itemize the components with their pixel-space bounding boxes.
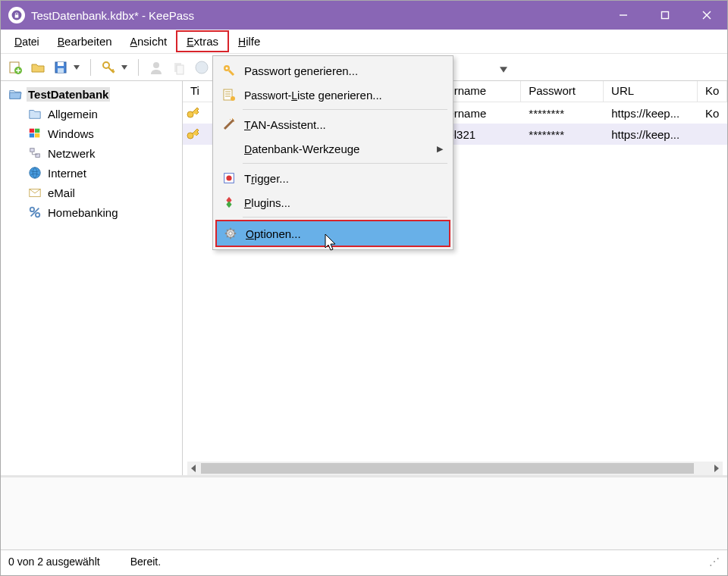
gear-icon — [220, 224, 241, 243]
key-icon[interactable] — [100, 59, 117, 76]
col-password[interactable]: Passwort — [521, 81, 604, 102]
svg-rect-10 — [58, 62, 64, 66]
plugin-icon — [218, 193, 240, 211]
tree-item-windows[interactable]: Windows — [1, 124, 182, 143]
svg-point-37 — [229, 232, 233, 236]
search-dropdown-icon[interactable] — [500, 63, 510, 74]
network-icon — [28, 146, 42, 160]
open-db-icon[interactable] — [30, 59, 46, 76]
entry-key-icon — [183, 127, 202, 142]
svg-point-25 — [30, 208, 34, 211]
globe-icon — [28, 166, 42, 180]
entry-key-icon — [183, 105, 202, 121]
maximize-button[interactable] — [644, 1, 686, 30]
details-pane — [1, 475, 727, 549]
extras-dropdown: Passwort generieren... Passwort-Liste ge… — [212, 55, 453, 250]
tree-item-internet[interactable]: Internet — [1, 163, 182, 183]
tree-item-netzwerk[interactable]: Netzwerk — [1, 143, 182, 163]
status-selection: 0 von 2 ausgewählt — [8, 556, 100, 568]
svg-point-16 — [196, 61, 208, 74]
svg-rect-21 — [30, 149, 34, 152]
tree-item-allgemein[interactable]: Allgemein — [1, 104, 182, 124]
resize-grip-icon[interactable]: ⋰ — [709, 556, 720, 568]
menu-item-datenbank-werkzeuge[interactable]: Datenbank-Werkzeuge ▶ — [215, 136, 450, 161]
menu-extras[interactable]: Extras — [176, 30, 229, 52]
menu-item-optionen[interactable]: Optionen... — [215, 220, 450, 247]
save-dropdown[interactable] — [72, 59, 81, 76]
minimize-button[interactable] — [602, 1, 644, 30]
submenu-arrow-icon: ▶ — [437, 144, 443, 154]
svg-point-26 — [36, 213, 39, 217]
menu-bearbeiten[interactable]: Bearbeiten — [49, 32, 121, 51]
svg-point-23 — [30, 167, 40, 178]
tree-item-email[interactable]: eMail — [1, 183, 182, 202]
svg-point-12 — [103, 62, 109, 68]
key-dropdown[interactable] — [120, 59, 129, 76]
save-db-icon[interactable] — [52, 59, 69, 76]
tree-root-label: TestDatenbank — [27, 87, 110, 102]
scroll-right-icon[interactable] — [709, 462, 723, 475]
mail-icon — [28, 186, 42, 199]
wand-icon — [218, 115, 240, 133]
svg-rect-11 — [58, 68, 64, 73]
list-key-icon — [218, 86, 240, 104]
new-db-icon[interactable] — [7, 59, 24, 76]
status-ready: Bereit. — [130, 556, 161, 568]
gear-key-icon — [218, 61, 240, 80]
menubar: Datei Bearbeiten Ansicht Extras Hilfe — [1, 30, 727, 54]
trigger-icon — [218, 169, 240, 187]
menu-ansicht[interactable]: Ansicht — [121, 32, 177, 51]
toolbar-separator — [138, 59, 139, 76]
folder-open-icon — [8, 87, 22, 101]
scroll-left-icon[interactable] — [187, 462, 201, 475]
menu-hilfe[interactable]: Hilfe — [229, 32, 269, 51]
svg-point-33 — [231, 96, 235, 101]
menu-item-passwort-liste[interactable]: Passwort-Liste generieren... — [215, 83, 450, 107]
user-icon[interactable] — [148, 59, 165, 76]
menu-datei[interactable]: Datei — [5, 32, 49, 51]
percent-icon — [28, 205, 42, 219]
svg-point-35 — [226, 175, 231, 180]
svg-rect-19 — [30, 133, 34, 137]
col-kommentar[interactable]: Ko — [698, 81, 727, 102]
col-url[interactable]: URL — [604, 81, 698, 102]
menu-item-trigger[interactable]: Trigger... — [215, 166, 450, 190]
group-tree: TestDatenbank Allgemein Windows Netzwerk… — [1, 81, 183, 475]
svg-point-13 — [153, 62, 159, 68]
menu-item-passwort-generieren[interactable]: Passwort generieren... — [215, 58, 450, 83]
folder-icon — [28, 107, 42, 121]
close-button[interactable] — [686, 1, 727, 30]
scroll-track[interactable] — [201, 463, 709, 474]
svg-rect-17 — [30, 129, 34, 133]
window-title: TestDatenbank.kdbx* - KeePass — [31, 9, 602, 22]
menu-item-tan-assistent[interactable]: TAN-Assistent... — [215, 112, 450, 136]
menu-separator — [243, 109, 447, 110]
menu-separator — [243, 217, 447, 218]
svg-line-27 — [31, 208, 39, 217]
svg-rect-2 — [15, 14, 19, 17]
svg-rect-20 — [35, 133, 39, 137]
blank-icon — [218, 139, 240, 158]
menu-separator — [243, 163, 447, 164]
statusbar: 0 von 2 ausgewählt Bereit. ⋰ — [1, 549, 727, 572]
tree-item-homebanking[interactable]: Homebanking — [1, 202, 182, 222]
app-icon — [8, 7, 25, 23]
svg-rect-4 — [661, 12, 668, 19]
tree-root[interactable]: TestDatenbank — [1, 84, 182, 104]
horizontal-scrollbar[interactable] — [187, 462, 723, 475]
globe-tb-icon[interactable] — [193, 59, 210, 76]
svg-rect-15 — [177, 65, 184, 74]
scroll-thumb[interactable] — [201, 463, 694, 474]
toolbar-separator — [90, 59, 91, 76]
svg-point-31 — [226, 67, 228, 70]
svg-rect-18 — [35, 129, 39, 133]
menu-item-plugins[interactable]: Plugins... — [215, 190, 450, 214]
copy-icon[interactable] — [171, 59, 187, 76]
windows-icon — [28, 127, 42, 140]
titlebar: TestDatenbank.kdbx* - KeePass — [1, 1, 727, 30]
